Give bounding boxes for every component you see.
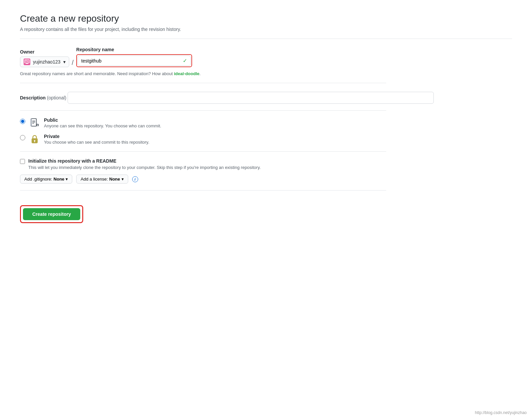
gitignore-value: None	[54, 177, 65, 182]
owner-name: yujinzhao123	[33, 59, 61, 65]
repo-name-field-group: Repository name ✓	[76, 47, 192, 67]
readme-label: Initialize this repository with a README	[28, 158, 261, 164]
license-arrow: ▾	[122, 177, 124, 182]
svg-point-14	[34, 140, 35, 141]
gitignore-dropdown[interactable]: Add .gitignore: None ▾	[20, 175, 72, 184]
gitignore-arrow: ▾	[66, 177, 68, 182]
page-title: Create a new repository	[20, 13, 512, 24]
owner-avatar-icon	[24, 59, 30, 65]
public-visibility-text: Public Anyone can see this repository. Y…	[44, 117, 161, 128]
public-option: Public Anyone can see this repository. Y…	[20, 117, 512, 128]
repo-name-input-wrapper: ✓	[76, 54, 192, 67]
private-option: Private You choose who can see and commi…	[20, 134, 512, 145]
license-dropdown[interactable]: Add a license: None ▾	[76, 175, 128, 184]
owner-repo-row: Owner yujinzhao123 ▾ / Repository name ✓	[20, 47, 512, 67]
hint-text-after: .	[199, 71, 201, 76]
dropdowns-row: Add .gitignore: None ▾ Add a license: No…	[20, 175, 512, 184]
owner-select[interactable]: yujinzhao123 ▾	[20, 57, 69, 67]
license-value: None	[109, 177, 120, 182]
readme-description: This will let you immediately clone the …	[28, 165, 261, 170]
owner-field-group: Owner yujinzhao123 ▾	[20, 49, 69, 67]
check-icon: ✓	[183, 58, 187, 64]
public-description: Anyone can see this repository. You choo…	[44, 123, 161, 128]
owner-dropdown-arrow: ▾	[63, 59, 66, 65]
repo-name-hint: Great repository names are short and mem…	[20, 71, 512, 76]
description-divider	[20, 83, 386, 83]
license-label: Add a license:	[81, 177, 108, 182]
private-lock-icon	[29, 134, 40, 144]
private-label: Private	[44, 134, 149, 139]
readme-text: Initialize this repository with a README…	[28, 158, 261, 170]
svg-rect-4	[26, 63, 28, 64]
repo-name-field: ✓	[78, 56, 191, 66]
private-radio[interactable]	[20, 135, 25, 140]
visibility-options: Public Anyone can see this repository. Y…	[20, 117, 512, 145]
repo-name-input[interactable]	[81, 58, 180, 64]
repo-name-label: Repository name	[76, 47, 192, 52]
public-book-icon	[29, 117, 40, 128]
private-description: You choose who can see and commit to thi…	[44, 140, 149, 145]
suggestion-link[interactable]: ideal-doodle	[174, 71, 199, 76]
header-divider	[20, 39, 512, 39]
svg-rect-1	[26, 61, 27, 62]
slash-divider: /	[72, 59, 74, 67]
submit-divider	[20, 190, 386, 191]
description-section: Description (optional)	[20, 90, 512, 104]
private-visibility-text: Private You choose who can see and commi…	[44, 134, 149, 145]
public-label: Public	[44, 117, 161, 123]
page-subtitle: A repository contains all the files for …	[20, 27, 512, 32]
public-radio[interactable]	[20, 119, 25, 124]
gitignore-label: Add .gitignore:	[24, 177, 52, 182]
readme-section: Initialize this repository with a README…	[20, 158, 512, 184]
svg-point-12	[37, 124, 38, 125]
owner-label: Owner	[20, 49, 69, 55]
description-label: Description (optional)	[20, 95, 68, 100]
readme-divider	[20, 151, 386, 152]
hint-text-before: Great repository names are short and mem…	[20, 71, 174, 76]
create-repo-button-wrapper: Create repository	[20, 205, 83, 223]
description-input[interactable]	[68, 92, 434, 104]
visibility-divider	[20, 110, 386, 111]
readme-checkbox[interactable]	[20, 159, 25, 164]
info-icon[interactable]: i	[132, 176, 138, 182]
create-repo-button[interactable]: Create repository	[23, 208, 80, 220]
readme-option: Initialize this repository with a README…	[20, 158, 512, 170]
